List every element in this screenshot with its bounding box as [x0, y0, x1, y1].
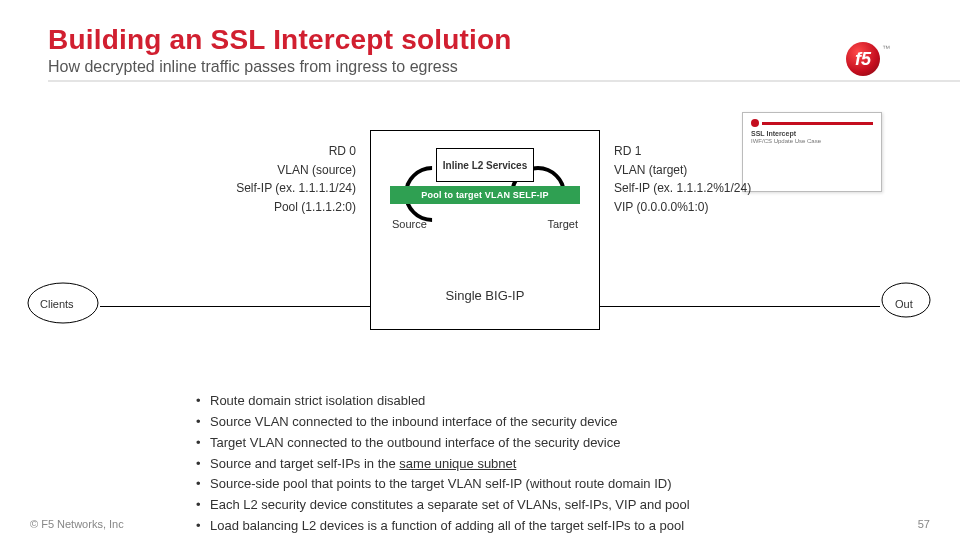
trademark-symbol: ™: [882, 44, 890, 53]
spec-left: RD 0 VLAN (source) Self-IP (ex. 1.1.1.1/…: [192, 142, 356, 216]
clients-cloud-label: Clients: [40, 298, 74, 310]
target-label: Target: [547, 218, 578, 230]
bullet-item: Target VLAN connected to the outbound in…: [196, 434, 856, 453]
vlan-right: VLAN (target): [614, 161, 794, 180]
out-cloud-label: Out: [895, 298, 913, 310]
pool-bar: Pool to target VLAN SELF-IP: [390, 186, 580, 204]
bigip-box-label: Single BIG-IP: [371, 289, 599, 303]
page-number: 57: [918, 518, 930, 530]
selfip-right: Self-IP (ex. 1.1.1.2%1/24): [614, 179, 794, 198]
bullet-item: Source and target self-IPs in the same u…: [196, 455, 856, 474]
diagram: RD 0 VLAN (source) Self-IP (ex. 1.1.1.1/…: [0, 130, 960, 360]
bullet-item: Load balancing L2 devices is a function …: [196, 517, 856, 536]
bullet-list: Route domain strict isolation disabledSo…: [196, 392, 856, 538]
page-title: Building an SSL Intercept solution: [48, 24, 512, 56]
vip-right: VIP (0.0.0.0%1:0): [614, 198, 794, 217]
spec-right: RD 1 VLAN (target) Self-IP (ex. 1.1.1.2%…: [614, 142, 794, 216]
line-right: [600, 306, 880, 307]
page-subtitle: How decrypted inline traffic passes from…: [48, 58, 512, 76]
inline-services-box: Inline L2 Services: [436, 148, 534, 182]
title-rule: [48, 80, 960, 82]
line-left: [100, 306, 370, 307]
bullet-item: Source-side pool that points to the targ…: [196, 475, 856, 494]
rd-left: RD 0: [192, 142, 356, 161]
rd-right: RD 1: [614, 142, 794, 161]
f5-logo-ball: f5: [846, 42, 880, 76]
bullet-item: Source VLAN connected to the inbound int…: [196, 413, 856, 432]
pool-left: Pool (1.1.1.2:0): [192, 198, 356, 217]
selfip-left: Self-IP (ex. 1.1.1.1/24): [192, 179, 356, 198]
vlan-left: VLAN (source): [192, 161, 356, 180]
bullet-item: Route domain strict isolation disabled: [196, 392, 856, 411]
slide: Building an SSL Intercept solution How d…: [0, 0, 960, 540]
bullet-item: Each L2 security device constitutes a se…: [196, 496, 856, 515]
header: Building an SSL Intercept solution How d…: [48, 24, 512, 76]
preview-logo-icon: [751, 119, 759, 127]
f5-logo: f5 ™: [846, 42, 890, 76]
copyright: © F5 Networks, Inc: [30, 518, 124, 530]
preview-bar: [762, 122, 873, 125]
source-target-row: Source Target: [370, 218, 600, 230]
